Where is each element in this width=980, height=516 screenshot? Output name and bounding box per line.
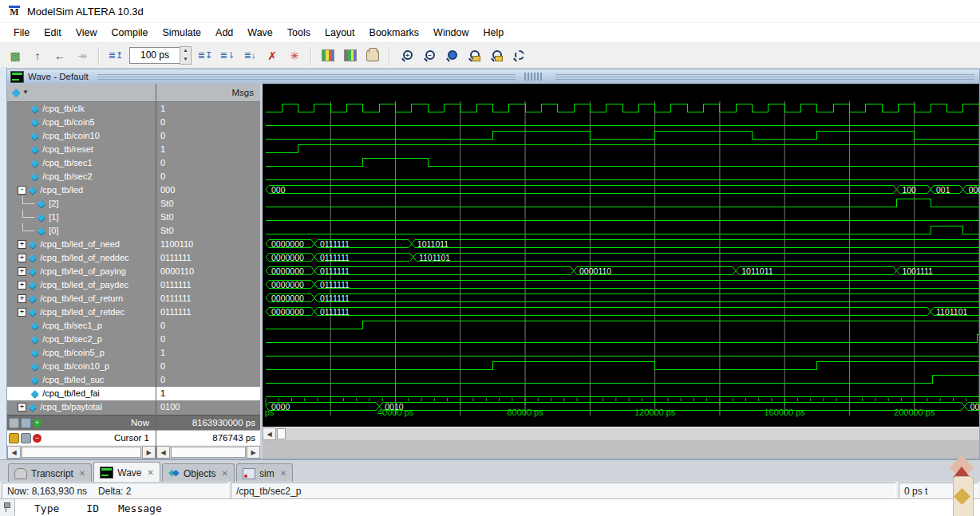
tab-wave[interactable]: Wave✕	[93, 462, 160, 483]
scroll-left-icon[interactable]: ◀	[156, 446, 170, 459]
add-cursor-icon[interactable]: +	[33, 419, 41, 427]
signal-row-value[interactable]: 1	[156, 346, 260, 360]
expand-icon[interactable]: +	[18, 281, 26, 290]
cursor-comment-icon[interactable]	[21, 418, 31, 428]
signal-row-name[interactable]: ◆/cpq_tb/coin5	[7, 116, 156, 129]
zoom-cursor-icon[interactable]	[463, 45, 484, 66]
signal-row-name[interactable]: ◆/cpq_tb/led_suc	[7, 373, 156, 387]
signal-row-name[interactable]: ◆/cpq_tb/sec2_p	[7, 333, 156, 346]
compile-all-icon[interactable]: ▩	[5, 45, 26, 66]
timeline-ruler[interactable]: 0 ps40000 ps80000 ps120000 ps160000 ps20…	[263, 398, 980, 427]
signal-row-value[interactable]: 0100	[156, 400, 260, 414]
menu-bookmarks[interactable]: Bookmarks	[362, 25, 427, 41]
signal-row-value[interactable]: 0111111	[156, 278, 260, 292]
signal-row-value[interactable]: 0000110	[156, 265, 260, 278]
signal-row-name[interactable]: ◆/cpq_tb/reset	[7, 143, 156, 156]
scroll-thumb[interactable]	[22, 447, 141, 458]
signal-row-name[interactable]: ◆[1]	[7, 211, 156, 224]
scroll-right-icon[interactable]: ▶	[247, 446, 260, 459]
tab-close-icon[interactable]: ✕	[148, 468, 154, 477]
signal-row-value[interactable]: 1	[156, 387, 260, 400]
wave-colors-icon[interactable]	[318, 45, 338, 66]
signal-row-name[interactable]: +◆/cpq_tb/led_of_need	[7, 238, 156, 251]
signal-row-value[interactable]: 1	[156, 143, 260, 156]
menu-file[interactable]: File	[6, 25, 37, 41]
restart-icon[interactable]: ≣↥	[105, 45, 126, 66]
scroll-thumb[interactable]	[277, 428, 286, 439]
titlebar-grip[interactable]	[524, 73, 542, 81]
signal-row-name[interactable]: +◆/cpq_tb/led_of_paying	[7, 265, 156, 278]
signal-row-value[interactable]: 000	[156, 183, 260, 197]
signal-row-value[interactable]: 0	[156, 170, 260, 183]
tab-objects[interactable]: Objects✕	[162, 463, 235, 483]
menu-view[interactable]: View	[69, 25, 105, 41]
back-icon[interactable]: ←	[49, 45, 70, 66]
menu-layout[interactable]: Layout	[318, 25, 362, 41]
zoom-mode-icon[interactable]	[508, 45, 528, 66]
signal-row-value[interactable]: 0111111	[156, 305, 260, 319]
menu-tools[interactable]: Tools	[280, 25, 318, 41]
signal-row-name[interactable]: ◆/cpq_tb/sec1_p	[7, 319, 156, 333]
signal-row-name[interactable]: +◆/cpq_tb/paytotal	[7, 400, 156, 414]
tab-sim[interactable]: sim✕	[236, 463, 293, 483]
signal-row-value[interactable]: 0111111	[156, 292, 260, 305]
signal-row-value[interactable]: 0111111	[156, 251, 260, 265]
signal-row-name[interactable]: +◆/cpq_tb/led_of_retdec	[7, 305, 156, 319]
find-previous-icon[interactable]: ↑	[27, 45, 48, 66]
signal-row-name[interactable]: +◆/cpq_tb/led_of_paydec	[7, 278, 156, 292]
signal-row-name[interactable]: ◆/cpq_tb/sec1	[7, 156, 156, 170]
col-type[interactable]: Type	[34, 502, 59, 514]
signal-row-value[interactable]: 1100110	[156, 238, 260, 251]
signal-row-value[interactable]: 0	[156, 360, 260, 373]
menu-help[interactable]: Help	[476, 25, 512, 41]
expand-icon[interactable]: +	[18, 403, 26, 412]
menu-edit[interactable]: Edit	[37, 25, 69, 41]
zoom-in-icon[interactable]: +	[396, 45, 417, 66]
lock-cursor-icon[interactable]	[9, 433, 19, 443]
signal-row-name[interactable]: +◆/cpq_tb/led_of_neddec	[7, 251, 156, 265]
scroll-left-icon[interactable]: ◀	[263, 427, 276, 440]
signal-row-name[interactable]: ◆/cpq_tb/coin5_p	[7, 346, 156, 360]
signal-row-name[interactable]: +◆/cpq_tb/led_of_return	[7, 292, 156, 305]
wave-window-titlebar[interactable]: Wave - Default	[7, 69, 979, 84]
zoom-full-icon[interactable]	[441, 45, 461, 66]
signal-row-name[interactable]: ◆[0]	[7, 224, 156, 238]
signal-row-value[interactable]: 0	[156, 129, 260, 143]
col-message[interactable]: Message	[118, 502, 162, 514]
wave-hscrollbar[interactable]: ◀	[263, 427, 979, 440]
chevron-down-icon[interactable]: ▼	[22, 89, 29, 96]
zoom-range-icon[interactable]	[485, 45, 506, 66]
names-hscrollbar[interactable]: ◀ ▶	[7, 445, 156, 459]
signal-row-name[interactable]: ◆/cpq_tb/sec2	[7, 170, 156, 183]
tab-transcript[interactable]: Transcript✕	[8, 463, 92, 483]
select-mode-hand-icon[interactable]	[362, 45, 383, 66]
signal-row-value[interactable]: 1	[156, 102, 260, 116]
run-length-input[interactable]: 100 ps	[129, 47, 180, 64]
scroll-thumb[interactable]	[171, 447, 246, 458]
waveform-canvas[interactable]: 0001000010000000000011111110110110000000…	[263, 84, 979, 427]
menu-simulate[interactable]: Simulate	[155, 25, 208, 41]
edit-cursor-icon[interactable]	[21, 433, 31, 443]
forward-icon[interactable]: ↠	[72, 45, 93, 66]
waveform-svg[interactable]: 0001000010000000000011111110110110000000…	[263, 101, 980, 416]
wave-colors-alt-icon[interactable]	[340, 45, 361, 66]
expand-icon[interactable]: +	[18, 294, 26, 303]
signal-row-value[interactable]: 0	[156, 333, 260, 346]
select-mode-diamond-icon[interactable]: ◆	[12, 86, 20, 98]
tab-close-icon[interactable]: ✕	[79, 469, 85, 478]
signal-row-value[interactable]: 0	[156, 319, 260, 333]
menu-add[interactable]: Add	[208, 25, 240, 41]
scroll-right-icon[interactable]: ▶	[142, 446, 156, 459]
collapse-icon[interactable]: -	[18, 186, 26, 195]
stop-icon[interactable]: ✳	[284, 45, 305, 66]
expand-icon[interactable]: +	[18, 254, 26, 262]
cursor-row[interactable]: − Cursor 1	[7, 430, 156, 445]
signal-row-value[interactable]: St0	[156, 197, 260, 211]
signal-row-name[interactable]: ◆/cpq_tb/coin10_p	[7, 360, 156, 373]
col-id[interactable]: ID	[86, 502, 99, 514]
tab-close-icon[interactable]: ✕	[280, 469, 286, 478]
signal-row-value[interactable]: St0	[156, 224, 260, 238]
run-all-icon[interactable]: ≣↓	[239, 45, 260, 66]
signal-row-name[interactable]: ◆/cpq_tb/led_fai	[7, 387, 156, 400]
signal-row-value[interactable]: 0	[156, 116, 260, 129]
